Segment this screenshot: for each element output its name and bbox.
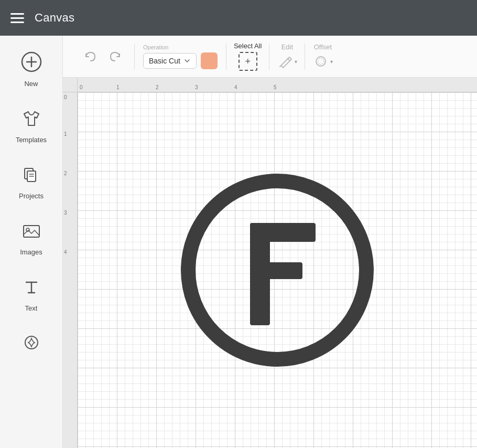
sidebar-item-projects-label: Projects	[19, 192, 44, 200]
ruler-tick-left-4: 4	[64, 249, 75, 255]
main-layout: New Templates Projects	[0, 36, 477, 448]
plus-circle-icon	[20, 50, 43, 76]
ruler-tick-1: 1	[116, 84, 120, 90]
sidebar-item-images-label: Images	[20, 248, 42, 256]
toolbar: Operation Basic Cut Select All	[63, 36, 477, 78]
operation-label: Operation	[143, 44, 168, 50]
svg-line-13	[280, 66, 281, 67]
offset-group[interactable]: Offset ▾	[305, 43, 340, 70]
ruler-tick-left-2: 2	[64, 170, 75, 176]
select-all-label: Select All	[234, 42, 262, 50]
ruler-left: 0 1 2 3 4	[63, 92, 78, 448]
sidebar-item-text-label: Text	[25, 304, 38, 312]
header-title: Canvas	[35, 11, 74, 25]
ruler-tick-2: 2	[156, 84, 159, 90]
select-all-icon	[238, 52, 257, 71]
operation-value: Basic Cut	[149, 57, 180, 65]
ruler-tick-left-3: 3	[64, 210, 75, 216]
projects-icon	[20, 163, 43, 188]
undo-button[interactable]	[80, 46, 101, 67]
edit-icon-group: ▾	[277, 53, 297, 70]
undo-redo-group	[71, 46, 134, 67]
ruler-tick-left-0: 0	[64, 94, 75, 100]
right-panel: Operation Basic Cut Select All	[63, 36, 477, 448]
images-icon	[20, 219, 43, 244]
sidebar-item-new[interactable]: New	[0, 41, 62, 97]
ruler-top: 0 1 2 3 4 5	[78, 78, 477, 92]
sparkle-icon	[20, 331, 43, 356]
ruler-tick-3: 3	[195, 84, 198, 90]
sidebar-item-templates-label: Templates	[16, 136, 47, 144]
ruler-tick-4: 4	[234, 84, 237, 90]
tshirt-icon	[20, 106, 43, 132]
ruler-tick-5: 5	[274, 84, 277, 90]
svg-point-15	[318, 58, 324, 65]
sidebar-item-new-label: New	[24, 80, 38, 88]
ruler-corner	[63, 78, 78, 92]
canvas-area[interactable]: 0 1 2 3 4 5 0 1 2 3 4	[63, 78, 477, 448]
sidebar-item-images[interactable]: Images	[0, 209, 62, 265]
sidebar-item-projects[interactable]: Projects	[0, 153, 62, 209]
ruler-tick-left-1: 1	[64, 131, 75, 137]
operation-dropdown[interactable]: Basic Cut	[143, 53, 197, 69]
sidebar-item-text[interactable]: Text	[0, 265, 62, 322]
sidebar: New Templates Projects	[0, 36, 63, 448]
edit-arrow: ▾	[295, 59, 297, 65]
sidebar-item-more[interactable]	[0, 322, 62, 366]
canvas-grid-major	[78, 92, 477, 448]
header: Canvas	[0, 0, 477, 36]
edit-color-button[interactable]	[201, 52, 218, 69]
svg-rect-7	[24, 226, 39, 237]
offset-icon-group: ▾	[312, 53, 333, 70]
ruler-tick-0: 0	[80, 84, 83, 90]
offset-label: Offset	[314, 43, 332, 51]
edit-group[interactable]: Edit ▾	[269, 43, 305, 70]
offset-arrow: ▾	[330, 59, 333, 65]
sidebar-item-templates[interactable]: Templates	[0, 97, 62, 153]
text-icon	[20, 275, 43, 300]
operation-select: Basic Cut	[143, 52, 218, 69]
edit-label: Edit	[281, 43, 293, 51]
redo-button[interactable]	[105, 46, 126, 67]
operation-group: Operation Basic Cut	[135, 44, 226, 69]
menu-button[interactable]	[10, 13, 24, 23]
select-all-group[interactable]: Select All	[226, 42, 269, 71]
